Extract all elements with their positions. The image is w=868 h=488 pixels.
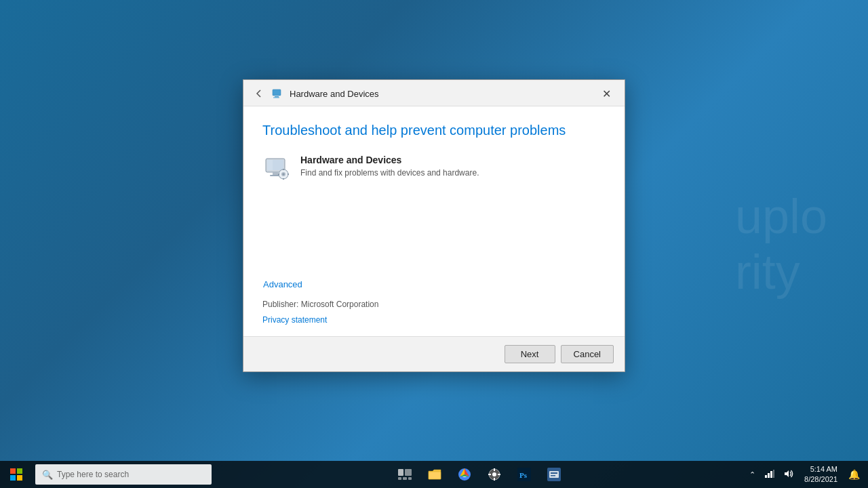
- svg-point-10: [283, 174, 285, 176]
- desktop-watermark: uplority: [735, 188, 827, 300]
- dialog-content: Troubleshoot and help prevent computer p…: [243, 106, 625, 210]
- svg-rect-43: [773, 470, 774, 478]
- privacy-statement-link[interactable]: Privacy statement: [262, 315, 327, 325]
- svg-rect-23: [408, 477, 412, 480]
- chrome-button[interactable]: [451, 461, 478, 488]
- svg-rect-24: [429, 472, 441, 479]
- tray-overflow-button[interactable]: ⌃: [747, 469, 758, 481]
- volume-icon[interactable]: [781, 468, 796, 481]
- dialog-title-text: Hardware and Devices: [290, 89, 379, 99]
- close-button[interactable]: ✕: [596, 85, 616, 102]
- svg-rect-14: [288, 174, 289, 175]
- back-button[interactable]: [252, 87, 267, 100]
- svg-rect-19: [398, 469, 403, 476]
- dialog-title-icon: [272, 87, 284, 100]
- search-icon: 🔍: [42, 470, 53, 480]
- clock-date: 8/28/2021: [804, 474, 837, 485]
- svg-rect-5: [267, 160, 273, 170]
- system-tray: ⌃ 5:14 AM 8/28/2021 🔔: [747, 463, 868, 487]
- notification-button[interactable]: 🔔: [846, 468, 863, 481]
- troubleshooter-item: Hardware and Devices Find and fix proble…: [262, 155, 606, 183]
- item-text: Hardware and Devices Find and fix proble…: [300, 155, 479, 178]
- dialog-footer-content: Advanced Publisher: Microsoft Corporatio…: [243, 278, 625, 336]
- system-clock[interactable]: 5:14 AM 8/28/2021: [800, 463, 842, 487]
- item-name: Hardware and Devices: [300, 155, 479, 165]
- svg-marker-44: [785, 470, 789, 477]
- publisher-line: Publisher: Microsoft Corporation: [262, 300, 606, 309]
- hardware-devices-icon: [262, 155, 291, 183]
- svg-text:Ps: Ps: [519, 471, 528, 479]
- svg-rect-21: [398, 477, 401, 480]
- file-explorer-button[interactable]: [421, 461, 448, 488]
- svg-rect-2: [273, 98, 279, 98]
- svg-rect-33: [498, 474, 500, 475]
- clock-time: 5:14 AM: [804, 464, 837, 474]
- svg-rect-40: [765, 475, 767, 478]
- search-placeholder-text: Type here to search: [57, 470, 129, 479]
- publisher-value: Microsoft Corporation: [301, 300, 379, 309]
- start-button[interactable]: [0, 461, 33, 488]
- svg-rect-17: [10, 475, 16, 481]
- task-view-button[interactable]: [391, 461, 418, 488]
- svg-rect-39: [551, 475, 555, 476]
- dialog-titlebar: Hardware and Devices ✕: [243, 80, 625, 106]
- svg-rect-38: [551, 472, 557, 474]
- cancel-button[interactable]: Cancel: [561, 345, 614, 363]
- svg-rect-30: [494, 468, 495, 471]
- advanced-link[interactable]: Advanced: [262, 279, 303, 290]
- svg-rect-1: [275, 96, 279, 98]
- svg-rect-11: [283, 169, 284, 170]
- network-icon[interactable]: [762, 468, 777, 481]
- svg-rect-37: [549, 471, 559, 478]
- taskbar-middle: Ps: [212, 461, 747, 488]
- hardware-devices-dialog: Hardware and Devices ✕ Troubleshoot and …: [243, 79, 625, 372]
- svg-rect-13: [278, 174, 279, 175]
- taskbar: 🔍 Type here to search: [0, 461, 868, 488]
- svg-rect-0: [273, 89, 281, 96]
- svg-rect-32: [488, 474, 491, 475]
- photoshop-button[interactable]: Ps: [511, 461, 538, 488]
- svg-rect-22: [403, 477, 407, 480]
- svg-rect-31: [494, 478, 495, 481]
- svg-rect-16: [17, 468, 22, 474]
- settings-button[interactable]: [481, 461, 508, 488]
- publisher-label: Publisher:: [262, 300, 298, 309]
- taskbar-search-box[interactable]: 🔍 Type here to search: [35, 464, 212, 485]
- item-description: Find and fix problems with devices and h…: [300, 168, 479, 178]
- titlebar-left: Hardware and Devices: [252, 87, 379, 100]
- next-button[interactable]: Next: [505, 345, 555, 363]
- svg-rect-41: [768, 473, 770, 478]
- svg-point-29: [492, 472, 496, 476]
- svg-rect-15: [10, 468, 16, 474]
- svg-rect-12: [283, 178, 284, 180]
- dialog-spacer: [243, 210, 625, 278]
- svg-rect-6: [273, 172, 278, 175]
- svg-rect-18: [17, 475, 22, 481]
- dialog-bottom-bar: Next Cancel: [243, 336, 625, 371]
- app-button[interactable]: [540, 461, 568, 488]
- dialog-heading: Troubleshoot and help prevent computer p…: [262, 123, 606, 138]
- svg-rect-20: [405, 469, 412, 476]
- svg-rect-42: [770, 471, 772, 478]
- desktop: uplority Hardware and Devices: [0, 0, 868, 488]
